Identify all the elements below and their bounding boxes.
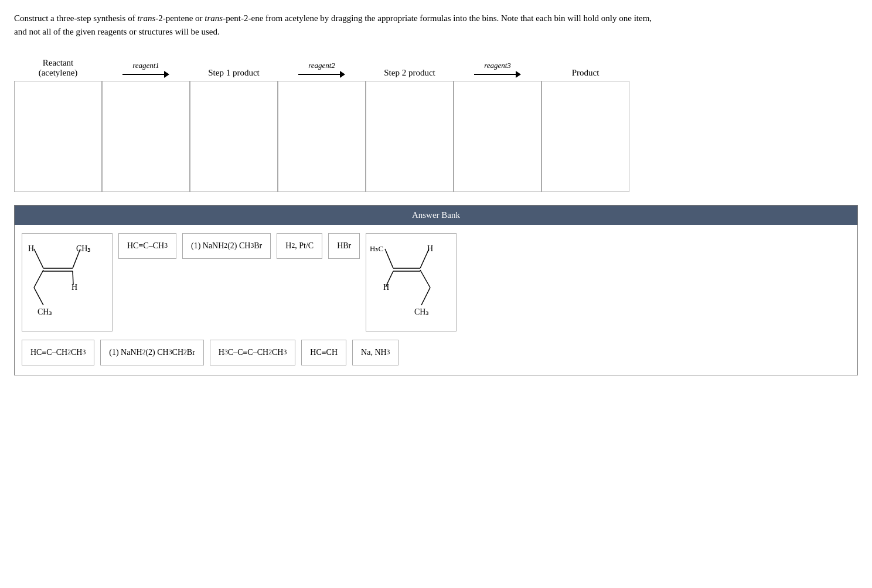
svg-text:H: H [71, 283, 77, 292]
answer-item-hcech[interactable]: HC≡CH [301, 340, 346, 365]
arrow3-section: reagent3 [454, 56, 541, 192]
svg-text:CH₃: CH₃ [76, 244, 91, 253]
answer-item-h3c-cec-ch2ch3[interactable]: H3C–C≡C–CH2CH3 [210, 340, 295, 365]
answer-item-na-nh3[interactable]: Na, NH3 [352, 340, 398, 365]
trans2pentene-left-svg: H CH₃ [25, 236, 110, 329]
answer-item-hcec-ch2ch3[interactable]: HC≡C–CH2CH3 [22, 340, 94, 365]
svg-text:H: H [383, 283, 389, 292]
svg-line-16 [34, 249, 43, 268]
step1-bin[interactable] [190, 81, 278, 192]
answer-item-trans-left[interactable]: H CH₃ [22, 233, 113, 331]
step1-label: Step 1 product [208, 68, 260, 78]
svg-text:CH₃: CH₃ [38, 307, 52, 316]
answer-bank-panel: Answer Bank H CH₃ [14, 205, 858, 375]
answer-item-trans-right[interactable]: H₃C H [366, 233, 457, 331]
product-section: Product [541, 56, 629, 192]
arrow1 [122, 71, 169, 78]
product-bin[interactable] [541, 81, 629, 192]
svg-text:H₃C: H₃C [370, 244, 383, 253]
reagent2-bin[interactable] [278, 81, 366, 192]
product-label: Product [572, 68, 600, 78]
svg-line-31 [420, 270, 430, 288]
reactant-bin[interactable] [14, 81, 102, 192]
arrow2 [298, 71, 345, 78]
trans2pentene-right-svg: H₃C H [369, 236, 454, 329]
arrow3 [474, 71, 521, 78]
arrow2-section: reagent2 [278, 56, 366, 192]
instructions: Construct a three-step synthesis of tran… [14, 12, 659, 39]
reagent3-bin-label: reagent3 [484, 61, 511, 70]
step2-section: Step 2 product [366, 56, 454, 192]
answer-bank-title: Answer Bank [15, 206, 857, 225]
reagent1-bin[interactable] [102, 81, 190, 192]
step1-section: Step 1 product [190, 56, 278, 192]
svg-line-28 [420, 249, 429, 268]
svg-line-27 [385, 249, 393, 268]
arrow1-section: reagent1 [102, 56, 190, 192]
reagent1-bin-label: reagent1 [132, 61, 159, 70]
reagent3-bin[interactable] [454, 81, 541, 192]
answer-bank-items-row2: HC≡C–CH2CH3 (1) NaNH2 (2) CH3CH2Br H3C–C… [15, 337, 857, 375]
synthesis-flow-row: Reactant (acetylene) reagent1 Step 1 pro… [14, 56, 858, 192]
svg-line-20 [34, 270, 43, 288]
answer-item-hbr[interactable]: HBr [328, 233, 360, 259]
step2-bin[interactable] [366, 81, 454, 192]
svg-line-21 [34, 288, 43, 305]
answer-item-h2-ptc[interactable]: H2, Pt/C [277, 233, 322, 259]
svg-text:CH₃: CH₃ [414, 307, 429, 316]
reactant-section: Reactant (acetylene) [14, 56, 102, 192]
answer-bank-items-row1: H CH₃ [15, 225, 857, 337]
answer-item-nanh2-ch3br[interactable]: (1) NaNH2 (2) CH3Br [182, 233, 271, 259]
reagent2-bin-label: reagent2 [308, 61, 335, 70]
svg-line-23 [73, 271, 73, 285]
svg-line-34 [386, 271, 393, 286]
answer-item-nanh2-ch3ch2br[interactable]: (1) NaNH2 (2) CH3CH2Br [100, 340, 204, 365]
svg-text:H: H [28, 244, 34, 253]
answer-item-propyne[interactable]: HC≡C–CH3 [118, 233, 176, 259]
svg-line-32 [421, 288, 430, 305]
reactant-label1: Reactant [43, 58, 73, 68]
reactant-label2: (acetylene) [39, 68, 78, 78]
step2-label: Step 2 product [384, 68, 435, 78]
